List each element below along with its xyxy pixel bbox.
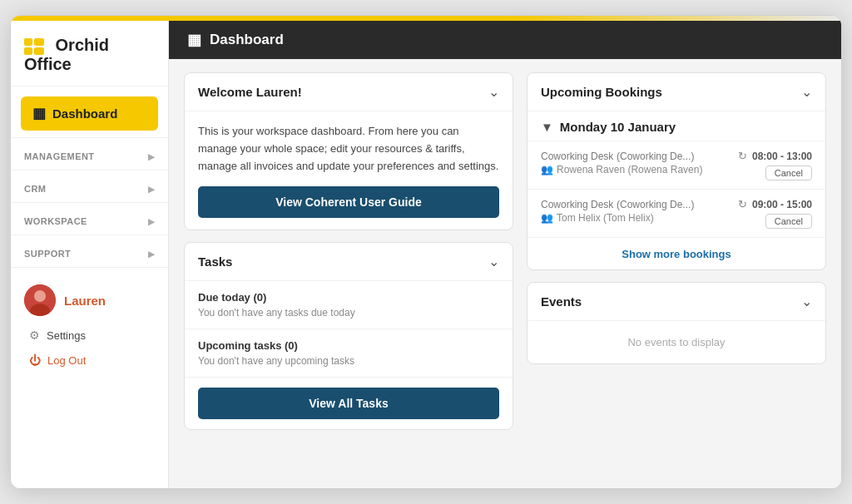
bookings-card-title: Upcoming Bookings [541,85,662,99]
due-today-label: Due today (0) [198,291,499,304]
sidebar-nav: ▦ Dashboard MANAGEMENT ▶ CRM ▶ WORKSPACE… [11,86,168,488]
booking-time-row-1: ↻ 08:00 - 13:00 [738,150,812,162]
booking-info-2: Coworking Desk (Coworking De...) 👥 Tom H… [541,198,731,224]
show-more-row: Show more bookings [528,238,825,269]
upcoming-tasks-empty: You don't have any upcoming tasks [198,355,499,367]
svg-point-5 [34,290,46,302]
divider-5 [11,267,168,268]
header-dashboard-icon: ▦ [187,31,201,49]
logout-label: Log Out [47,354,86,367]
dashboard-icon: ▦ [32,105,46,122]
booking-person-1: 👥 Rowena Raven (Rowena Raven) [541,164,731,175]
svg-rect-3 [34,47,44,55]
booking-person-2: 👥 Tom Helix (Tom Helix) [541,212,731,224]
divider-4 [11,235,168,235]
management-label: MANAGEMENT [24,151,94,161]
bookings-card: Upcoming Bookings ⌄ ▼ Monday 10 January … [527,72,826,270]
page-title: Dashboard [210,32,284,48]
workspace-arrow: ▶ [148,217,155,226]
welcome-card-header: Welcome Lauren! ⌄ [185,73,513,111]
repeat-icon-1: ↻ [738,150,747,162]
booking-item-2: Coworking Desk (Coworking De...) 👥 Tom H… [528,190,825,238]
events-card: Events ⌄ No events to display [527,282,826,364]
upcoming-tasks-label: Upcoming tasks (0) [198,339,499,352]
gear-icon: ⚙ [29,329,40,342]
bookings-date-row: ▼ Monday 10 January [528,111,825,141]
settings-label: Settings [47,329,86,342]
booking-time-2: 09:00 - 15:00 [752,199,812,210]
people-icon-2: 👥 [541,212,553,224]
view-all-tasks-button[interactable]: View All Tasks [198,388,499,419]
logo-icon [24,38,44,55]
crm-arrow: ▶ [148,185,155,194]
bookings-chevron-icon[interactable]: ⌄ [801,84,812,100]
bookings-card-header: Upcoming Bookings ⌄ [528,73,825,111]
right-column: Upcoming Bookings ⌄ ▼ Monday 10 January … [527,72,826,475]
due-today-section: Due today (0) You don't have any tasks d… [185,281,513,329]
sidebar-logo: Orchid Office [11,21,168,86]
avatar [24,284,56,316]
events-card-title: Events [541,294,582,309]
support-label: SUPPORT [24,249,71,259]
repeat-icon-2: ↻ [738,198,747,210]
booking-info-1: Coworking Desk (Coworking De...) 👥 Rowen… [541,150,731,175]
dashboard-button[interactable]: ▦ Dashboard [21,96,158,131]
content-header: ▦ Dashboard [169,21,841,59]
tasks-card-header: Tasks ⌄ [185,243,513,281]
booking-time-1: 08:00 - 13:00 [752,151,812,162]
user-guide-button[interactable]: View Coherent User Guide [198,186,499,218]
svg-rect-1 [34,38,44,46]
app-window: Orchid Office ▦ Dashboard MANAGEMENT ▶ C… [10,15,842,489]
svg-rect-2 [24,47,32,55]
settings-link[interactable]: ⚙ Settings [11,323,168,348]
tasks-chevron-icon[interactable]: ⌄ [488,254,499,269]
due-today-empty: You don't have any tasks due today [198,307,499,319]
events-empty-label: No events to display [528,321,825,363]
welcome-text: This is your workspace dashboard. From h… [198,123,499,175]
sidebar-item-workspace[interactable]: WORKSPACE ▶ [11,208,168,230]
content-area: ▦ Dashboard Welcome Lauren! ⌄ This is yo… [169,21,841,488]
svg-rect-0 [24,38,32,46]
workspace-label: WORKSPACE [24,216,87,226]
collapse-arrow-icon[interactable]: ▼ [541,120,553,134]
divider-3 [11,202,168,203]
task-button-row: View All Tasks [185,378,513,429]
left-column: Welcome Lauren! ⌄ This is your workspace… [184,72,513,475]
cancel-button-2[interactable]: Cancel [765,214,812,229]
crm-label: CRM [24,184,46,194]
show-more-bookings-link[interactable]: Show more bookings [622,248,731,260]
cancel-button-1[interactable]: Cancel [765,166,812,180]
logout-icon: ⏻ [29,353,41,367]
welcome-card: Welcome Lauren! ⌄ This is your workspace… [184,72,513,230]
booking-time-row-2: ↻ 09:00 - 15:00 [738,198,812,210]
booking-name-2: Coworking Desk (Coworking De...) [541,198,731,210]
tasks-card: Tasks ⌄ Due today (0) You don't have any… [184,242,513,430]
bookings-date-label: Monday 10 January [560,120,676,134]
support-arrow: ▶ [148,250,155,259]
divider-2 [11,170,168,170]
main-layout: Orchid Office ▦ Dashboard MANAGEMENT ▶ C… [11,21,841,488]
booking-right-1: ↻ 08:00 - 13:00 Cancel [738,150,812,180]
upcoming-tasks-section: Upcoming tasks (0) You don't have any up… [185,329,513,378]
sidebar-item-crm[interactable]: CRM ▶ [11,175,168,197]
username-label: Lauren [64,294,106,308]
welcome-card-body: This is your workspace dashboard. From h… [185,111,513,230]
dashboard-label: Dashboard [52,106,117,121]
tasks-card-title: Tasks [198,254,232,269]
booking-item-1: Coworking Desk (Coworking De...) 👥 Rowen… [528,141,825,190]
events-card-header: Events ⌄ [528,283,825,321]
welcome-chevron-icon[interactable]: ⌄ [488,84,499,100]
welcome-card-title: Welcome Lauren! [198,85,302,99]
booking-name-1: Coworking Desk (Coworking De...) [541,150,731,162]
divider-1 [11,137,168,138]
management-arrow: ▶ [148,152,155,161]
sidebar: Orchid Office ▦ Dashboard MANAGEMENT ▶ C… [11,21,169,488]
logout-link[interactable]: ⏻ Log Out [11,348,168,373]
people-icon-1: 👥 [541,164,553,175]
sidebar-item-support[interactable]: SUPPORT ▶ [11,240,168,262]
sidebar-item-management[interactable]: MANAGEMENT ▶ [11,143,168,165]
booking-right-2: ↻ 09:00 - 15:00 Cancel [738,198,812,229]
events-chevron-icon[interactable]: ⌄ [801,294,812,309]
user-profile-row: Lauren [11,273,168,323]
content-body: Welcome Lauren! ⌄ This is your workspace… [169,59,841,488]
